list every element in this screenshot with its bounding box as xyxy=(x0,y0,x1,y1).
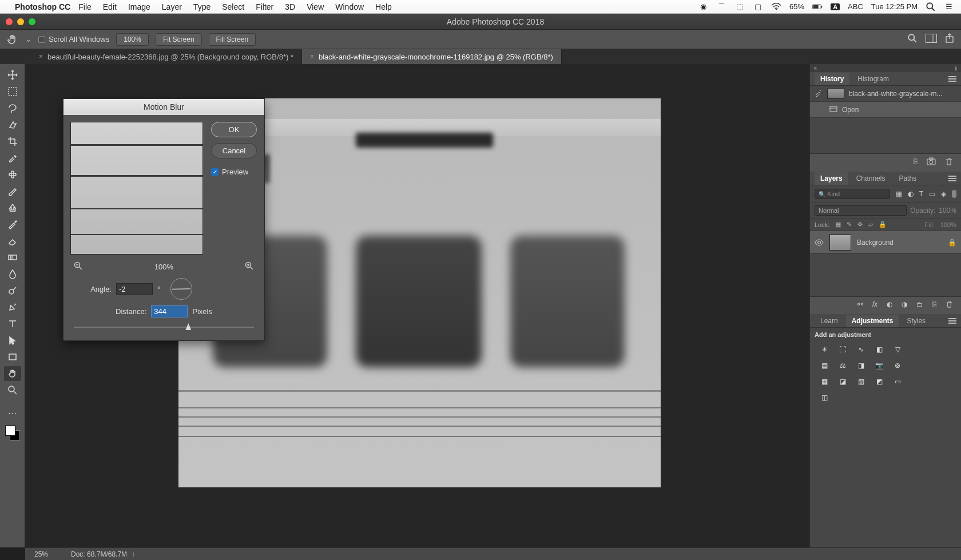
layer-background[interactable]: Background 🔒 xyxy=(810,231,961,254)
color-swatch[interactable] xyxy=(5,426,20,440)
zoom-level-button[interactable]: 100% xyxy=(116,33,149,46)
lock-all-icon[interactable]: 🔒 xyxy=(879,221,887,228)
panel-menu-icon[interactable] xyxy=(948,318,956,324)
type-tool[interactable] xyxy=(4,316,21,331)
menu-edit[interactable]: Edit xyxy=(103,2,117,11)
history-brush-tool[interactable] xyxy=(4,217,21,232)
filter-adjust-icon[interactable]: ◐ xyxy=(908,190,914,198)
threshold-icon[interactable]: ◩ xyxy=(873,376,885,387)
create-document-icon[interactable]: ⎘ xyxy=(914,157,918,168)
menu-view[interactable]: View xyxy=(307,2,324,11)
exposure-icon[interactable]: ◧ xyxy=(873,344,885,355)
brightness-icon[interactable]: ☀ xyxy=(818,344,831,355)
eyedropper-tool[interactable] xyxy=(4,150,21,165)
quick-select-tool[interactable] xyxy=(4,117,21,132)
rectangle-tool[interactable] xyxy=(4,349,21,364)
dropbox-icon[interactable]: ⬚ xyxy=(734,3,745,11)
blend-mode-select[interactable]: Normal xyxy=(815,205,907,216)
lock-transparency-icon[interactable]: ▦ xyxy=(835,221,841,228)
ok-button[interactable]: OK xyxy=(211,122,257,137)
angle-dial[interactable] xyxy=(170,278,192,300)
tab-histogram[interactable]: Histogram xyxy=(852,73,895,85)
gradient-map-icon[interactable]: ▭ xyxy=(891,376,904,387)
menu-filter[interactable]: Filter xyxy=(256,2,273,11)
menubar-app-icon[interactable]: ◉ xyxy=(698,3,708,11)
menu-select[interactable]: Select xyxy=(222,2,244,11)
move-tool[interactable] xyxy=(4,67,21,82)
group-icon[interactable]: 🗀 xyxy=(916,300,923,311)
zoom-out-icon[interactable] xyxy=(74,261,83,272)
panel-menu-icon[interactable] xyxy=(948,76,956,82)
color-balance-icon[interactable]: ⚖ xyxy=(836,360,849,371)
workspace-icon[interactable] xyxy=(926,34,937,45)
channel-mixer-icon[interactable]: ⊚ xyxy=(891,360,904,371)
fx-icon[interactable]: fx xyxy=(872,300,877,311)
filter-smart-icon[interactable]: ◈ xyxy=(941,190,946,198)
crop-tool[interactable] xyxy=(4,134,21,149)
levels-icon[interactable]: ⛶ xyxy=(836,344,849,355)
creative-cloud-icon[interactable]: ⌒ xyxy=(716,3,726,11)
photo-filter-icon[interactable]: 📷 xyxy=(873,360,885,371)
status-zoom[interactable]: 25% xyxy=(34,550,48,558)
close-tab-icon[interactable]: × xyxy=(310,53,314,61)
bw-icon[interactable]: ◨ xyxy=(855,360,867,371)
close-tab-icon[interactable]: × xyxy=(39,53,43,61)
healing-tool[interactable] xyxy=(4,167,21,182)
history-source-row[interactable]: black-and-white-grayscale-m... xyxy=(810,86,961,102)
marquee-tool[interactable] xyxy=(4,84,21,99)
lock-icon[interactable]: 🔒 xyxy=(948,239,956,247)
menu-type[interactable]: Type xyxy=(193,2,211,11)
gradient-tool[interactable] xyxy=(4,250,21,265)
zoom-window-button[interactable] xyxy=(29,18,35,25)
zoom-in-icon[interactable] xyxy=(245,261,254,272)
distance-slider[interactable] xyxy=(74,323,254,331)
panel-menu-icon[interactable] xyxy=(948,176,956,181)
eraser-tool[interactable] xyxy=(4,233,21,248)
menu-3d[interactable]: 3D xyxy=(285,2,295,11)
status-doc-size[interactable]: Doc: 68.7M/68.7M xyxy=(71,550,127,558)
share-icon[interactable] xyxy=(945,33,954,45)
filter-toggle-icon[interactable] xyxy=(952,190,956,198)
close-window-button[interactable] xyxy=(6,18,13,25)
panel-close-icon[interactable]: × xyxy=(813,65,817,72)
canvas-area[interactable]: Motion Blur OK Cancel ✓ Preview xyxy=(25,64,809,547)
fit-screen-button[interactable]: Fit Screen xyxy=(156,33,202,46)
menu-help[interactable]: Help xyxy=(375,2,392,11)
app-name[interactable]: Photoshop CC xyxy=(15,2,70,11)
preview-checkbox[interactable]: ✓ Preview xyxy=(211,168,257,176)
angle-input[interactable] xyxy=(116,283,153,295)
distance-input[interactable] xyxy=(151,305,188,317)
selective-color-icon[interactable]: ◫ xyxy=(818,392,831,403)
pen-tool[interactable] xyxy=(4,300,21,315)
brush-tool[interactable] xyxy=(4,184,21,198)
filter-shape-icon[interactable]: ▭ xyxy=(929,190,935,198)
tool-dropdown-icon[interactable]: ⌄ xyxy=(25,35,31,43)
trash-icon[interactable] xyxy=(945,157,953,168)
mask-icon[interactable]: ◐ xyxy=(887,300,892,311)
tab-paths[interactable]: Paths xyxy=(893,172,922,185)
airplay-icon[interactable]: ▢ xyxy=(753,3,763,11)
dialog-preview[interactable] xyxy=(70,122,203,255)
snapshot-icon[interactable] xyxy=(927,157,936,168)
minimize-window-button[interactable] xyxy=(17,18,24,25)
dodge-tool[interactable] xyxy=(4,283,21,298)
menu-window[interactable]: Window xyxy=(335,2,364,11)
menu-image[interactable]: Image xyxy=(128,2,150,11)
color-lookup-icon[interactable]: ▦ xyxy=(818,376,831,387)
spotlight-icon[interactable] xyxy=(926,3,936,11)
search-icon[interactable] xyxy=(907,33,918,45)
edit-toolbar-icon[interactable]: ⋯ xyxy=(4,406,21,420)
fill-value[interactable]: 100% xyxy=(940,221,956,228)
status-chevron-icon[interactable]: ⟩ xyxy=(130,550,135,558)
menu-file[interactable]: File xyxy=(78,2,92,11)
tab-channels[interactable]: Channels xyxy=(851,172,891,185)
zoom-tool[interactable] xyxy=(4,383,21,398)
posterize-icon[interactable]: ▨ xyxy=(855,376,867,387)
adjustment-layer-icon[interactable]: ◑ xyxy=(902,300,907,311)
new-layer-icon[interactable]: ⎘ xyxy=(932,300,936,311)
layer-filter-kind[interactable]: 🔍 Kind xyxy=(815,189,890,199)
lock-pixels-icon[interactable]: ✎ xyxy=(847,221,852,228)
filter-pixel-icon[interactable]: ▦ xyxy=(896,190,902,198)
dialog-title[interactable]: Motion Blur xyxy=(63,99,264,115)
tab-learn[interactable]: Learn xyxy=(815,315,844,327)
